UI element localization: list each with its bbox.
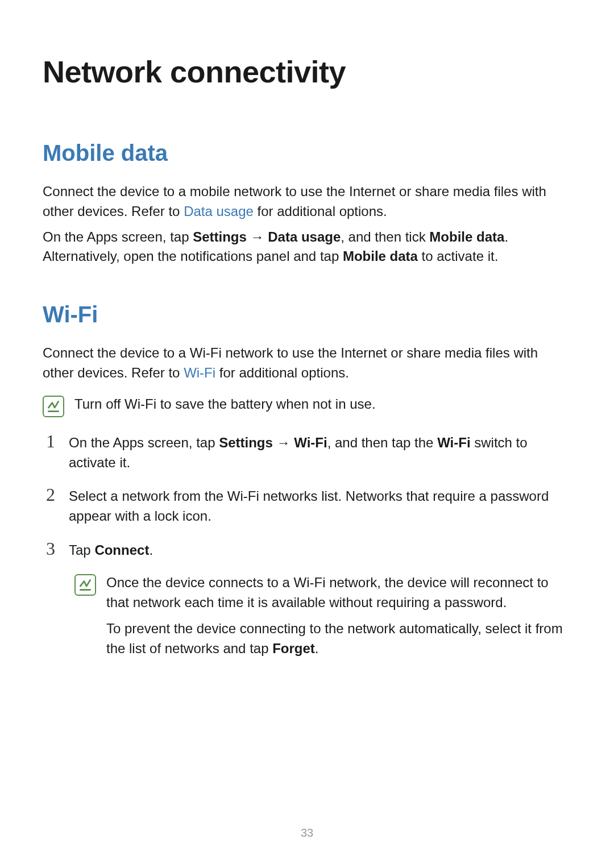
page-title: Network connectivity: [43, 54, 571, 89]
note-icon-2: [74, 574, 96, 596]
wifi-para-1: Connect the device to a Wi-Fi network to…: [43, 343, 571, 383]
heading-mobile-data: Mobile data: [43, 140, 571, 166]
link-data-usage[interactable]: Data usage: [184, 203, 254, 219]
label-mobile-data: Mobile data: [429, 229, 504, 244]
label-wifi-2: Wi-Fi: [437, 435, 470, 450]
label-data-usage: Data usage: [268, 229, 341, 244]
note-2-para-1: Once the device connects to a Wi-Fi netw…: [106, 573, 571, 613]
label-forget: Forget: [272, 641, 315, 656]
heading-wifi: Wi-Fi: [43, 302, 571, 327]
step-2-text: Select a network from the Wi-Fi networks…: [69, 485, 571, 526]
label-connect: Connect: [94, 542, 149, 558]
note-icon: [43, 396, 64, 417]
label-settings-2: Settings: [219, 435, 273, 450]
section-mobile-data: Mobile data Connect the device to a mobi…: [43, 140, 571, 267]
note-block-1: Turn off Wi-Fi to save the battery when …: [43, 394, 571, 417]
note-block-2: Once the device connects to a Wi-Fi netw…: [74, 573, 571, 659]
section-wifi: Wi-Fi Connect the device to a Wi-Fi netw…: [43, 302, 571, 659]
note-text-1: Turn off Wi-Fi to save the battery when …: [74, 394, 571, 414]
label-settings: Settings: [193, 229, 247, 244]
step-2: 2 Select a network from the Wi-Fi networ…: [43, 485, 571, 526]
step-number-3: 3: [43, 539, 59, 559]
page-number: 33: [0, 827, 614, 840]
note-2-para-2: To prevent the device connecting to the …: [106, 619, 571, 659]
step-1: 1 On the Apps screen, tap Settings → Wi-…: [43, 431, 571, 473]
step-number-1: 1: [43, 431, 59, 451]
mobile-data-para-1: Connect the device to a mobile network t…: [43, 182, 571, 222]
step-3: 3 Tap Connect.: [43, 539, 571, 560]
step-3-text: Tap Connect.: [69, 539, 571, 560]
link-wifi[interactable]: Wi-Fi: [184, 365, 215, 380]
label-mobile-data-2: Mobile data: [343, 248, 418, 264]
step-1-text: On the Apps screen, tap Settings → Wi-Fi…: [69, 431, 571, 473]
label-wifi-1: Wi-Fi: [294, 435, 327, 450]
mobile-data-para-2: On the Apps screen, tap Settings → Data …: [43, 227, 571, 267]
step-number-2: 2: [43, 485, 59, 505]
note-text-2: Once the device connects to a Wi-Fi netw…: [106, 573, 571, 659]
